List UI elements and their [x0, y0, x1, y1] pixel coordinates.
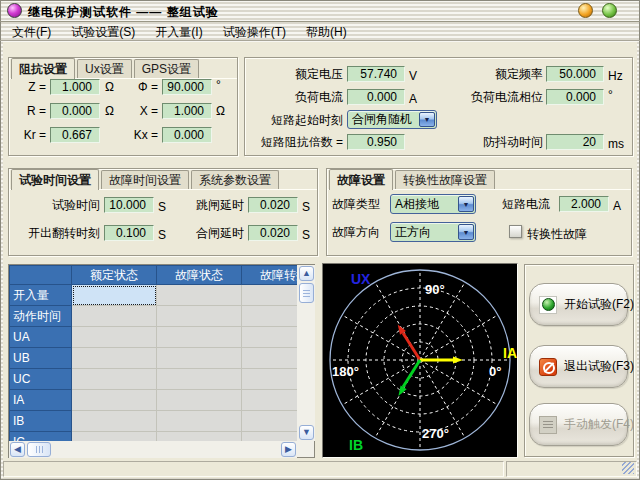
rated-voltage-input[interactable]: 57.740 [347, 66, 405, 82]
table-cell[interactable] [242, 327, 298, 348]
table-cell[interactable] [72, 306, 157, 327]
table-cell[interactable] [242, 432, 298, 442]
chevron-down-icon[interactable]: ▼ [419, 112, 435, 127]
scroll-right-icon[interactable]: ▶ [281, 442, 296, 457]
table-row: UA [10, 327, 298, 348]
r-label: R = [12, 103, 46, 119]
trip-delay-label: 跳闸延时 [186, 197, 244, 213]
row-header: 开入量 [10, 285, 72, 306]
table-cell[interactable] [242, 306, 298, 327]
menu-help[interactable]: 帮助(H) [296, 23, 357, 41]
load-phase-input[interactable]: 0.000 [546, 89, 604, 105]
phi-input[interactable]: 90.000 [162, 79, 212, 95]
exit-test-button[interactable]: 退出试验(F3) [529, 345, 628, 388]
fault-type-label: 故障类型 [332, 196, 380, 212]
tab-ux-settings[interactable]: Ux设置 [77, 59, 132, 78]
close-button[interactable] [602, 3, 617, 18]
tab-test-time[interactable]: 试验时间设置 [11, 169, 99, 190]
short-current-input[interactable]: 2.000 [559, 196, 609, 212]
manual-trigger-icon [539, 416, 557, 434]
convert-fault-checkbox[interactable] [509, 225, 522, 238]
row-header: UC [10, 369, 72, 390]
resize-grip[interactable] [622, 462, 634, 474]
table-cell[interactable] [242, 411, 298, 432]
table-cell[interactable] [157, 432, 242, 442]
fault-type-value: A相接地 [395, 195, 439, 213]
short-start-dropdown[interactable]: 合闸角随机 ▼ [347, 110, 437, 129]
table-cell[interactable] [72, 369, 157, 390]
kr-input[interactable]: 0.667 [50, 127, 100, 143]
tab-convert-fault-settings[interactable]: 转换性故障设置 [395, 170, 495, 189]
table-cell-selected[interactable] [72, 285, 157, 306]
chevron-down-icon[interactable]: ▼ [458, 224, 474, 240]
rated-freq-unit: Hz [608, 68, 623, 84]
fault-type-dropdown[interactable]: A相接地 ▼ [390, 194, 476, 214]
rated-voltage-unit: V [409, 68, 417, 84]
menu-test-settings[interactable]: 试验设置(S) [61, 23, 145, 41]
minimize-button[interactable] [578, 3, 593, 18]
phasor-vector-yellow [420, 357, 463, 364]
menu-file[interactable]: 文件(F) [2, 23, 61, 41]
row-header: UA [10, 327, 72, 348]
col-header-rated[interactable]: 额定状态 [72, 266, 157, 285]
horizontal-scrollbar[interactable]: ◀ ▶ [9, 442, 297, 458]
short-current-unit: A [613, 198, 621, 214]
tab-system-params[interactable]: 系统参数设置 [191, 170, 279, 189]
table-cell[interactable] [157, 411, 242, 432]
table-cell[interactable] [72, 348, 157, 369]
impedance-mult-input[interactable]: 0.950 [347, 134, 405, 150]
table-cell[interactable] [72, 432, 157, 442]
test-time-input[interactable]: 10.000 [104, 197, 154, 213]
debounce-unit: ms [608, 136, 624, 152]
table-cell[interactable] [157, 285, 242, 306]
z-input[interactable]: 1.000 [50, 79, 100, 95]
start-test-label: 开始试验(F2) [564, 296, 634, 313]
load-current-input[interactable]: 0.000 [347, 89, 405, 105]
vertical-scrollbar[interactable]: ▲ ▼ [298, 265, 315, 441]
rated-freq-input[interactable]: 50.000 [546, 66, 604, 82]
table-cell[interactable] [242, 348, 298, 369]
table-cell[interactable] [157, 327, 242, 348]
trip-delay-unit: S [302, 199, 310, 215]
flip-time-input[interactable]: 0.100 [104, 225, 154, 241]
table-cell[interactable] [72, 411, 157, 432]
col-header-fault[interactable]: 故障状态 [157, 266, 242, 285]
scroll-down-icon[interactable]: ▼ [299, 425, 314, 440]
phasor-plot: 90° 0° 180° 270° UX IA IB [322, 263, 518, 458]
kx-input[interactable]: 0.000 [162, 127, 212, 143]
tab-gps-settings[interactable]: GPS设置 [134, 59, 199, 78]
start-test-button[interactable]: 开始试验(F2) [529, 283, 628, 326]
tab-impedance-settings[interactable]: 阻抗设置 [11, 58, 75, 79]
menu-test-operation[interactable]: 试验操作(T) [213, 23, 296, 41]
x-input[interactable]: 1.000 [162, 103, 212, 119]
table-cell[interactable] [157, 348, 242, 369]
menu-binary-input[interactable]: 开入量(I) [145, 23, 212, 41]
table-cell[interactable] [72, 390, 157, 411]
row-header: 动作时间 [10, 306, 72, 327]
tab-fault-time[interactable]: 故障时间设置 [101, 170, 189, 189]
table-cell[interactable] [72, 327, 157, 348]
fault-dir-dropdown[interactable]: 正方向 ▼ [390, 222, 476, 242]
tab-fault-settings[interactable]: 故障设置 [329, 169, 393, 190]
table-cell[interactable] [157, 390, 242, 411]
chevron-down-icon[interactable]: ▼ [458, 196, 474, 212]
manual-trigger-button[interactable]: 手动触发(F4) [529, 403, 628, 446]
table-cell[interactable] [157, 306, 242, 327]
table-cell[interactable] [242, 285, 298, 306]
load-phase-unit: ° [608, 87, 613, 103]
table-cell[interactable] [157, 369, 242, 390]
debounce-input[interactable]: 20 [546, 134, 604, 150]
r-input[interactable]: 0.000 [50, 103, 100, 119]
scroll-up-icon[interactable]: ▲ [299, 266, 314, 281]
title-bar[interactable]: 继电保护测试软件 —— 整组试验 [0, 0, 640, 22]
trip-delay-input[interactable]: 0.020 [248, 197, 298, 213]
close-delay-input[interactable]: 0.020 [248, 225, 298, 241]
scroll-left-icon[interactable]: ◀ [10, 442, 25, 457]
vscroll-thumb[interactable] [299, 283, 314, 303]
table-row: IB [10, 411, 298, 432]
deg-label-90: 90° [425, 282, 445, 297]
table-cell[interactable] [242, 369, 298, 390]
col-header-convert[interactable]: 故障转换 [242, 266, 298, 285]
table-cell[interactable] [242, 390, 298, 411]
hscroll-thumb[interactable] [27, 442, 51, 457]
